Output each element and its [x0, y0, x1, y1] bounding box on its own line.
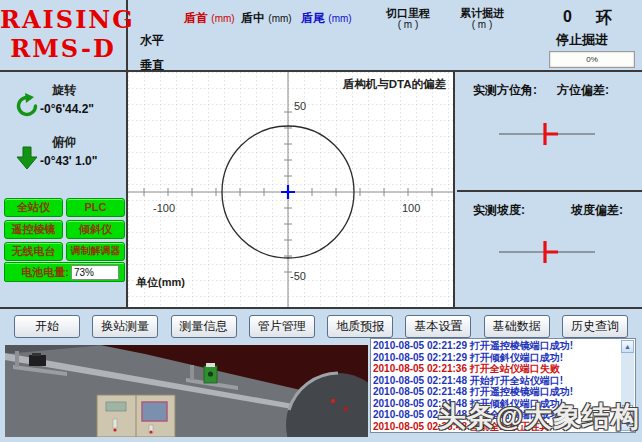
ring-unit-label: 环 — [596, 8, 612, 29]
main-toolbar: 开始 换站测量 测量信息 管片管理 地质预报 基本设置 基础数据 历史查询 — [0, 311, 642, 341]
system-log-panel[interactable]: 2010-08-05 02:21:29 打开遥控棱镜端口成功! 2010-08-… — [370, 338, 636, 433]
pitch-value: -0°43' 1.0" — [40, 154, 97, 168]
measured-azimuth-label: 实测方位角: — [473, 82, 537, 99]
drive-status-text: 停止掘进 — [556, 31, 608, 49]
device-button-remote-prism[interactable]: 遥控棱镜 — [4, 220, 63, 239]
pitch-down-arrow-icon — [15, 146, 39, 170]
battery-label: 电池电量: — [21, 265, 69, 280]
tunnel-scene-image — [5, 345, 368, 437]
log-entry: 2010-08-05 02:21:36 打开全站仪端口失败 — [373, 363, 621, 375]
device-button-total-station[interactable]: 全站仪 — [4, 198, 63, 217]
slope-deviation-label: 坡度偏差: — [571, 202, 623, 219]
content-toolbar-divider — [0, 307, 642, 309]
log-entry: 2010-08-05 02:21:29 打开倾斜仪端口成功! — [373, 352, 621, 364]
horizontal-row-label: 水平 — [140, 32, 164, 49]
slope-gauge — [457, 222, 642, 282]
total-advance-label: 累计掘进 ( m ) — [458, 7, 506, 31]
history-query-button[interactable]: 历史查询 — [562, 315, 628, 338]
rotation-label: 旋转 — [52, 82, 76, 99]
ring-count-value: 0 — [563, 8, 572, 26]
deviation-plot: 50 -50 -100 100 盾构机与DTA的偏差 单位(mm) — [128, 72, 453, 307]
station-change-survey-button[interactable]: 换站测量 — [92, 315, 158, 338]
header-bar: RAISING RMS-D 盾首 (mm) 盾中 (mm) 盾尾 (mm) 水平… — [0, 0, 642, 72]
log-entries-list: 2010-08-05 02:21:29 打开遥控棱镜端口成功! 2010-08-… — [373, 340, 621, 431]
cutter-mileage-label: 切口里程 ( m ) — [384, 7, 432, 31]
x-tick-label-neg100: -100 — [153, 202, 175, 214]
rms-d-main-window: RAISING RMS-D 盾首 (mm) 盾中 (mm) 盾尾 (mm) 水平… — [0, 0, 642, 442]
scroll-down-arrow-icon[interactable]: ▼ — [621, 418, 634, 431]
log-entry: 2010-08-05 02:36:48 当前全站仪正在其 — [373, 421, 621, 432]
geology-forecast-button[interactable]: 地质预报 — [327, 315, 393, 338]
azimuth-gauge — [457, 104, 642, 164]
measured-slope-label: 实测坡度: — [473, 202, 525, 219]
log-entry: 2010-08-05 02:21:48 连接全站仪端口成功 — [373, 409, 621, 421]
y-tick-label-neg50: -50 — [290, 270, 306, 282]
device-button-plc[interactable]: PLC — [66, 198, 125, 217]
tunnel-scene-render — [5, 345, 368, 437]
shield-middle-column-label: 盾中 (mm) — [241, 10, 292, 27]
rotation-value: -0°6'44.2" — [40, 102, 94, 116]
device-button-radio[interactable]: 无线电台 — [4, 242, 63, 261]
battery-gauge: 电池电量: 73% — [4, 262, 125, 282]
log-entry: 2010-08-05 02:21:48 打开遥控棱镜端口成功! — [373, 386, 621, 398]
pitch-label: 俯仰 — [52, 134, 76, 151]
rotation-icon — [13, 92, 41, 120]
survey-info-button[interactable]: 测量信息 — [171, 315, 237, 338]
x-tick-label-100: 100 — [402, 202, 420, 214]
advance-progress-bar: 0% — [549, 51, 635, 68]
deviation-plot-panel: 50 -50 -100 100 盾构机与DTA的偏差 单位(mm) — [128, 72, 455, 307]
shield-tail-column-label: 盾尾 (mm) — [301, 10, 352, 27]
device-button-modem[interactable]: 调制解调器 — [66, 242, 125, 261]
log-scrollbar[interactable]: ▲ ▼ — [621, 340, 634, 431]
scrollbar-thumb[interactable] — [622, 405, 633, 417]
start-button[interactable]: 开始 — [14, 315, 80, 338]
attitude-device-panel: 旋转 -0°6'44.2" 俯仰 -0°43' 1.0" 全站仪 PLC 遥控棱… — [0, 72, 128, 307]
plot-title: 盾构机与DTA的偏差 — [342, 78, 447, 90]
device-button-inclinometer[interactable]: 倾斜仪 — [66, 220, 125, 239]
log-entry: 2010-08-05 02:21:48 开始打开全站仪端口! — [373, 375, 621, 387]
logo-line1: RAISING — [0, 5, 126, 34]
log-entry: 2010-08-05 02:21:29 打开遥控棱镜端口成功! — [373, 340, 621, 352]
app-logo: RAISING RMS-D — [0, 0, 128, 70]
segment-management-button[interactable]: 管片管理 — [249, 315, 315, 338]
scroll-up-arrow-icon[interactable]: ▲ — [621, 340, 634, 353]
plot-unit-label: 单位(mm) — [136, 276, 185, 288]
azimuth-deviation-marker — [545, 123, 558, 145]
shield-head-column-label: 盾首 (mm) — [184, 10, 235, 27]
y-tick-label-50: 50 — [294, 100, 306, 112]
log-entry: 2010-08-05 02:21:48 打开倾斜仪端口成功! — [373, 398, 621, 410]
azimuth-panel: 实测方位角: 方位偏差: — [457, 72, 642, 192]
logo-line2: RMS-D — [0, 34, 126, 63]
slope-panel: 实测坡度: 坡度偏差: — [457, 192, 642, 307]
basic-settings-button[interactable]: 基本设置 — [405, 315, 471, 338]
basic-data-button[interactable]: 基础数据 — [484, 315, 550, 338]
battery-value: 73% — [71, 265, 119, 280]
advance-progress-value: 0% — [586, 55, 598, 64]
azimuth-deviation-label: 方位偏差: — [557, 82, 609, 99]
slope-deviation-marker — [545, 241, 558, 263]
